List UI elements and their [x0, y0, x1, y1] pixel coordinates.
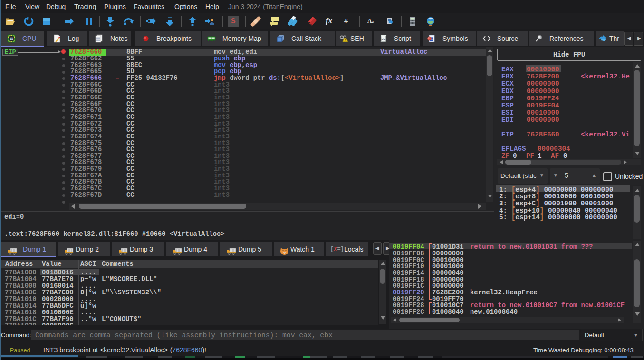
svg-text:32: 32: [10, 37, 13, 41]
svg-text:!: !: [345, 39, 346, 42]
svg-text:<>: <>: [381, 37, 386, 41]
